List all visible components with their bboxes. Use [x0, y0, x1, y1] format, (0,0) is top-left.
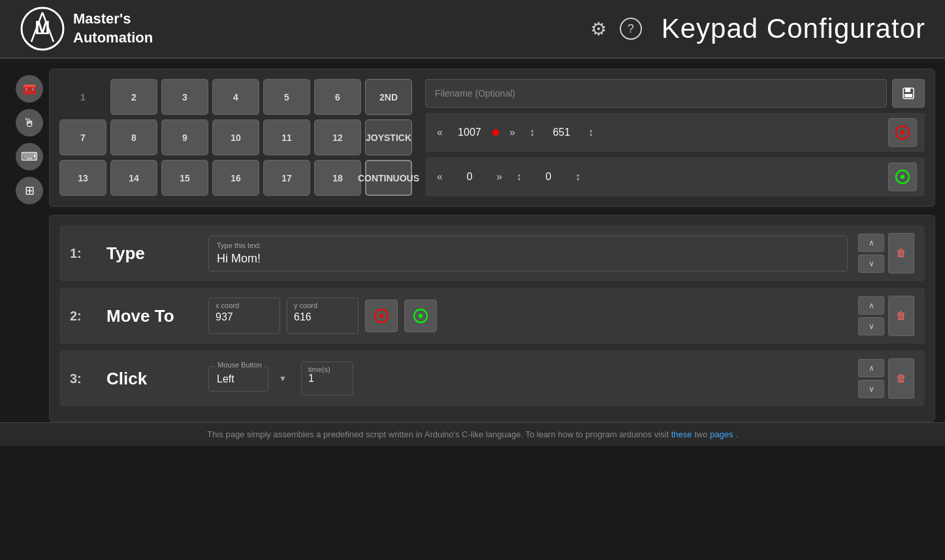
filename-input[interactable]	[425, 79, 887, 108]
actions-panel: 1: Type Type this text: ∧ ∨ 🗑	[49, 215, 935, 422]
key-5[interactable]: 5	[263, 79, 310, 115]
key-13[interactable]: 13	[59, 160, 106, 196]
action-3-mouse-select[interactable]: Left Right Middle	[208, 366, 268, 392]
coord1-dot-red	[492, 129, 499, 136]
key-16[interactable]: 16	[212, 160, 259, 196]
action-2-delete-btn[interactable]: 🗑	[888, 296, 914, 336]
action-1-controls: ∧ ∨ 🗑	[858, 233, 914, 273]
key-10[interactable]: 10	[212, 119, 259, 155]
coord2-updown-x-btn[interactable]: ↕	[513, 170, 526, 184]
action-3-up-down: ∧ ∨	[858, 359, 884, 398]
header-icons: ⚙ ?	[590, 18, 642, 40]
svg-rect-7	[905, 94, 912, 97]
key-4[interactable]: 4	[212, 79, 259, 115]
action-2-y-input[interactable]	[294, 311, 346, 323]
sidebar-keyboard-btn[interactable]: ⌨	[16, 143, 43, 170]
key-joystick[interactable]: JOYSTICK	[365, 119, 412, 155]
footer-text-middle: two	[694, 429, 710, 439]
action-3-controls: ∧ ∨ 🗑	[858, 358, 914, 399]
action-3-mouse-label: Mouse Button	[215, 361, 264, 369]
key-18[interactable]: 18	[314, 160, 361, 196]
key-11[interactable]: 11	[263, 119, 310, 155]
header: M Master's Automation ⚙ ? Keypad Configu…	[0, 0, 945, 59]
page-title: Keypad Configurator	[662, 13, 925, 44]
action-3-down-btn[interactable]: ∨	[858, 380, 884, 398]
action-1-text-input[interactable]	[217, 252, 839, 266]
action-2-target-red-btn[interactable]	[365, 300, 398, 332]
coord2-y-value: 0	[532, 171, 565, 183]
action-3-mouse-btn-group: Mouse Button Left Right Middle	[208, 366, 293, 392]
action-2-target-green-btn[interactable]	[404, 300, 437, 332]
sidebar-tools-btn[interactable]: 🧰	[16, 75, 43, 102]
gear-icon[interactable]: ⚙	[590, 18, 607, 40]
key-1[interactable]: 1	[59, 79, 106, 115]
coord1-updown-x-btn[interactable]: ↕	[526, 125, 539, 140]
footer-link-1[interactable]: these	[671, 429, 692, 439]
keypad-grid: 1 2 3 4 5 6 2ND 7 8 9 10 11 12 JOYSTICK	[59, 79, 412, 196]
logo-icon: M	[20, 6, 65, 52]
logo-container: M Master's Automation	[20, 6, 153, 52]
action-2-target-red-icon	[374, 309, 389, 323]
key-3[interactable]: 3	[161, 79, 208, 115]
action-3-select-wrapper: Left Right Middle	[208, 366, 293, 392]
action-1-down-btn[interactable]: ∨	[858, 255, 884, 273]
sidebar-grid-btn[interactable]: ⊞	[16, 177, 43, 204]
action-3-up-btn[interactable]: ∧	[858, 359, 884, 377]
target-red-icon	[895, 125, 910, 140]
action-2-up-btn[interactable]: ∧	[858, 296, 884, 315]
key-12[interactable]: 12	[314, 119, 361, 155]
action-2-down-btn[interactable]: ∨	[858, 317, 884, 335]
action-2-coord-group: x coord y coord	[208, 298, 848, 334]
action-1-content: Type this text:	[208, 236, 848, 272]
action-2-number: 2:	[70, 309, 96, 324]
coord-row-1: « 1007 » ↕ 651 ↕	[425, 113, 925, 152]
action-2-x-input[interactable]	[216, 311, 268, 323]
action-3-delete-btn[interactable]: 🗑	[888, 358, 914, 399]
coord1-updown-y-btn[interactable]: ↕	[585, 125, 598, 140]
action-row-1: 1: Type Type this text: ∧ ∨ 🗑	[59, 225, 925, 281]
key-6[interactable]: 6	[314, 79, 361, 115]
help-icon[interactable]: ?	[620, 18, 642, 40]
key-8[interactable]: 8	[110, 119, 157, 155]
action-1-delete-btn[interactable]: 🗑	[888, 233, 914, 273]
save-button[interactable]	[892, 79, 925, 108]
target-green-icon	[895, 170, 910, 184]
coord1-left-btn[interactable]: «	[433, 125, 447, 140]
coord1-x-value: 1007	[453, 127, 486, 138]
sidebar: 🧰 🖱 ⌨ ⊞	[10, 69, 49, 422]
key-17[interactable]: 17	[263, 160, 310, 196]
coord2-right-btn[interactable]: »	[492, 170, 506, 184]
key-7[interactable]: 7	[59, 119, 106, 155]
coord1-target-red-btn[interactable]	[888, 118, 917, 147]
coord2-target-green-btn[interactable]	[888, 163, 917, 191]
footer-link-2[interactable]: pages	[710, 429, 733, 439]
content-area: 1 2 3 4 5 6 2ND 7 8 9 10 11 12 JOYSTICK	[49, 69, 935, 422]
action-1-up-down: ∧ ∨	[858, 234, 884, 273]
key-2nd[interactable]: 2ND	[365, 79, 412, 115]
coord2-left-btn[interactable]: «	[433, 170, 447, 184]
keypad-area: 1 2 3 4 5 6 2ND 7 8 9 10 11 12 JOYSTICK	[59, 79, 925, 196]
key-14[interactable]: 14	[110, 160, 157, 196]
coord2-x-value: 0	[453, 171, 486, 183]
coord1-y-value: 651	[545, 127, 578, 138]
action-3-times-box: time(s)	[301, 362, 353, 396]
action-1-up-btn[interactable]: ∧	[858, 234, 884, 252]
footer-text-before: This page simply assembles a predefined …	[207, 429, 671, 439]
svg-rect-6	[905, 88, 910, 92]
action-row-2: 2: Move To x coord y coord	[59, 288, 925, 344]
action-2-target-green-icon	[413, 309, 428, 323]
key-2[interactable]: 2	[110, 79, 157, 115]
key-9[interactable]: 9	[161, 119, 208, 155]
key-continuous[interactable]: CONTINUOUS	[365, 160, 412, 196]
action-2-y-label: y coord	[294, 302, 317, 309]
sidebar-mouse-btn[interactable]: 🖱	[16, 109, 43, 136]
save-icon	[902, 87, 915, 100]
action-3-times-input[interactable]	[308, 373, 341, 384]
footer-text-after: .	[735, 429, 738, 439]
action-3-times-label: time(s)	[308, 366, 330, 373]
coord1-right-btn[interactable]: »	[505, 125, 519, 140]
logo-text: Master's Automation	[73, 10, 153, 47]
action-2-content: x coord y coord	[208, 298, 848, 334]
coord2-updown-y-btn[interactable]: ↕	[571, 170, 585, 184]
key-15[interactable]: 15	[161, 160, 208, 196]
